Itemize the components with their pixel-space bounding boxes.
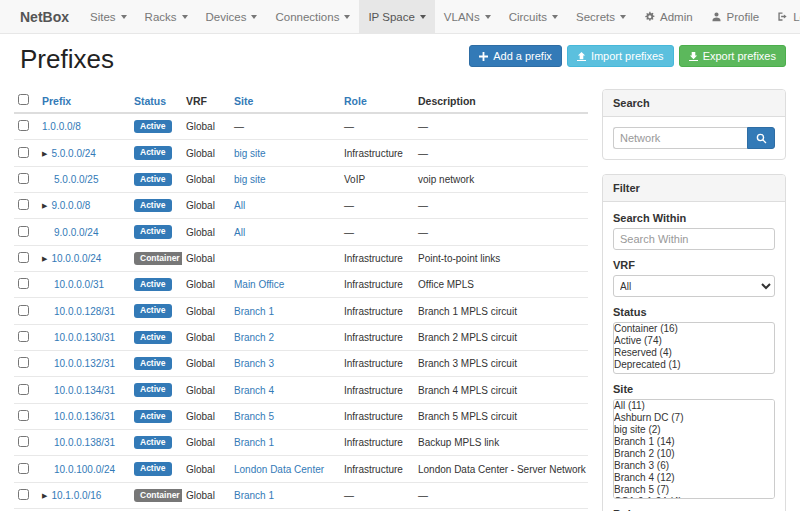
site-link[interactable]: big site bbox=[234, 174, 266, 185]
status-filter-option[interactable]: Active (74) bbox=[614, 335, 774, 347]
site-cell: Main Office bbox=[230, 272, 340, 298]
row-checkbox[interactable] bbox=[18, 147, 29, 158]
select-all-checkbox[interactable] bbox=[18, 94, 29, 105]
row-checkbox[interactable] bbox=[18, 226, 29, 237]
app-logo[interactable]: NetBox bbox=[8, 0, 81, 33]
column-sort-link-role[interactable]: Role bbox=[344, 95, 367, 107]
search-button[interactable] bbox=[747, 127, 775, 149]
nav-item-devices[interactable]: Devices bbox=[197, 0, 267, 33]
site-filter-option[interactable]: All (11) bbox=[614, 400, 774, 412]
site-filter-option[interactable]: Ashburn DC (7) bbox=[614, 412, 774, 424]
nav-item-secrets[interactable]: Secrets bbox=[567, 0, 635, 33]
expand-arrow-icon[interactable]: ▶ bbox=[42, 255, 47, 262]
site-filter-option[interactable]: Branch 1 (14) bbox=[614, 436, 774, 448]
add-prefix-button[interactable]: Add a prefix bbox=[469, 45, 562, 67]
prefix-link[interactable]: 10.0.0.134/31 bbox=[54, 385, 115, 396]
prefix-link[interactable]: 5.0.0.0/24 bbox=[51, 148, 95, 159]
site-link[interactable]: Branch 1 bbox=[234, 437, 274, 448]
vrf-filter-select[interactable]: All bbox=[613, 275, 775, 297]
navbar-right: Admin Profile Log out bbox=[635, 0, 800, 33]
row-checkbox[interactable] bbox=[18, 199, 29, 210]
search-panel: Search bbox=[602, 89, 786, 160]
nav-item-vlans[interactable]: VLANs bbox=[435, 0, 500, 33]
site-link[interactable]: Branch 1 bbox=[234, 306, 274, 317]
status-cell: Active bbox=[130, 351, 182, 377]
admin-link[interactable]: Admin bbox=[635, 0, 702, 33]
expand-arrow-icon[interactable]: ▶ bbox=[42, 202, 47, 209]
site-link[interactable]: Branch 2 bbox=[234, 332, 274, 343]
status-filter-option[interactable]: Container (16) bbox=[614, 323, 774, 335]
site-link[interactable]: London Data Center bbox=[234, 464, 324, 475]
prefix-link[interactable]: 9.0.0.0/24 bbox=[54, 227, 98, 238]
status-filter-option[interactable]: Reserved (4) bbox=[614, 347, 774, 359]
row-checkbox[interactable] bbox=[18, 357, 29, 368]
site-filter-option[interactable]: CO1-0-1-24 (4) bbox=[614, 496, 774, 499]
nav-item-racks[interactable]: Racks bbox=[136, 0, 197, 33]
prefix-cell: 10.0.100.0/24 bbox=[38, 456, 130, 482]
site-link[interactable]: All bbox=[234, 227, 245, 238]
import-prefixes-button[interactable]: Import prefixes bbox=[567, 45, 674, 67]
site-link[interactable]: Main Office bbox=[234, 279, 284, 290]
prefix-link[interactable]: 1.0.0.0/8 bbox=[42, 121, 81, 132]
site-filter-option[interactable]: Branch 4 (12) bbox=[614, 472, 774, 484]
chevron-down-icon bbox=[121, 15, 127, 19]
expand-arrow-icon[interactable]: ▶ bbox=[42, 150, 47, 157]
row-checkbox[interactable] bbox=[18, 489, 29, 500]
site-filter-option[interactable]: Branch 5 (7) bbox=[614, 484, 774, 496]
prefix-link[interactable]: 10.0.0.128/31 bbox=[54, 306, 115, 317]
nav-item-circuits[interactable]: Circuits bbox=[500, 0, 567, 33]
sidebar: Search Filter Search Within bbox=[602, 89, 786, 511]
profile-link[interactable]: Profile bbox=[702, 0, 769, 33]
site-link[interactable]: Branch 5 bbox=[234, 411, 274, 422]
prefix-link[interactable]: 9.0.0.0/8 bbox=[51, 200, 90, 211]
prefix-link[interactable]: 10.0.0.132/31 bbox=[54, 358, 115, 369]
row-checkbox[interactable] bbox=[18, 120, 29, 131]
logout-link[interactable]: Log out bbox=[768, 0, 800, 33]
site-link[interactable]: All bbox=[234, 200, 245, 211]
export-prefixes-button[interactable]: Export prefixes bbox=[679, 45, 786, 67]
table-row: 10.0.0.132/31ActiveGlobalBranch 3Infrast… bbox=[14, 351, 588, 377]
site-filter-select[interactable]: All (11)Ashburn DC (7)big site (2)Branch… bbox=[613, 399, 775, 499]
site-filter-option[interactable]: Branch 3 (6) bbox=[614, 460, 774, 472]
search-input[interactable] bbox=[613, 127, 747, 149]
prefix-link[interactable]: 5.0.0.0/25 bbox=[54, 174, 98, 185]
nav-item-ip-space[interactable]: IP Space bbox=[359, 0, 434, 33]
status-filter-option[interactable]: Deprecated (1) bbox=[614, 359, 774, 371]
row-checkbox[interactable] bbox=[18, 278, 29, 289]
row-checkbox[interactable] bbox=[18, 252, 29, 263]
prefix-link[interactable]: 10.0.0.0/31 bbox=[54, 279, 104, 290]
site-cell: Branch 1 bbox=[230, 430, 340, 456]
column-sort-link-site[interactable]: Site bbox=[234, 95, 253, 107]
column-header-prefix: Prefix bbox=[38, 89, 130, 113]
prefix-link[interactable]: 10.1.0.0/16 bbox=[51, 490, 101, 501]
column-sort-link-status[interactable]: Status bbox=[134, 95, 166, 107]
prefix-link[interactable]: 10.0.0.130/31 bbox=[54, 332, 115, 343]
site-cell: Branch 1 bbox=[230, 298, 340, 324]
row-checkbox[interactable] bbox=[18, 436, 29, 447]
prefix-link[interactable]: 10.0.100.0/24 bbox=[54, 464, 115, 475]
column-header-description: Description bbox=[414, 89, 588, 113]
site-filter-option[interactable]: big site (2) bbox=[614, 424, 774, 436]
row-checkbox[interactable] bbox=[18, 384, 29, 395]
nav-item-connections[interactable]: Connections bbox=[266, 0, 359, 33]
row-checkbox[interactable] bbox=[18, 305, 29, 316]
expand-arrow-icon[interactable]: ▶ bbox=[42, 492, 47, 499]
status-filter-select[interactable]: Container (16)Active (74)Reserved (4)Dep… bbox=[613, 322, 775, 374]
site-filter-option[interactable]: Branch 2 (10) bbox=[614, 448, 774, 460]
prefix-link[interactable]: 10.0.0.136/31 bbox=[54, 411, 115, 422]
prefix-link[interactable]: 10.0.0.0/24 bbox=[51, 253, 101, 264]
prefix-link[interactable]: 10.0.0.138/31 bbox=[54, 437, 115, 448]
row-checkbox[interactable] bbox=[18, 410, 29, 421]
site-link[interactable]: big site bbox=[234, 148, 266, 159]
row-checkbox[interactable] bbox=[18, 173, 29, 184]
row-checkbox[interactable] bbox=[18, 331, 29, 342]
site-link[interactable]: Branch 3 bbox=[234, 358, 274, 369]
site-link[interactable]: Branch 1 bbox=[234, 490, 274, 501]
row-checkbox[interactable] bbox=[18, 463, 29, 474]
navbar: NetBox SitesRacksDevicesConnectionsIP Sp… bbox=[0, 0, 800, 34]
site-link[interactable]: Branch 4 bbox=[234, 385, 274, 396]
search-within-input[interactable] bbox=[613, 228, 775, 250]
vrf-cell: Global bbox=[182, 245, 230, 271]
column-sort-link-prefix[interactable]: Prefix bbox=[42, 95, 71, 107]
nav-item-sites[interactable]: Sites bbox=[81, 0, 136, 33]
